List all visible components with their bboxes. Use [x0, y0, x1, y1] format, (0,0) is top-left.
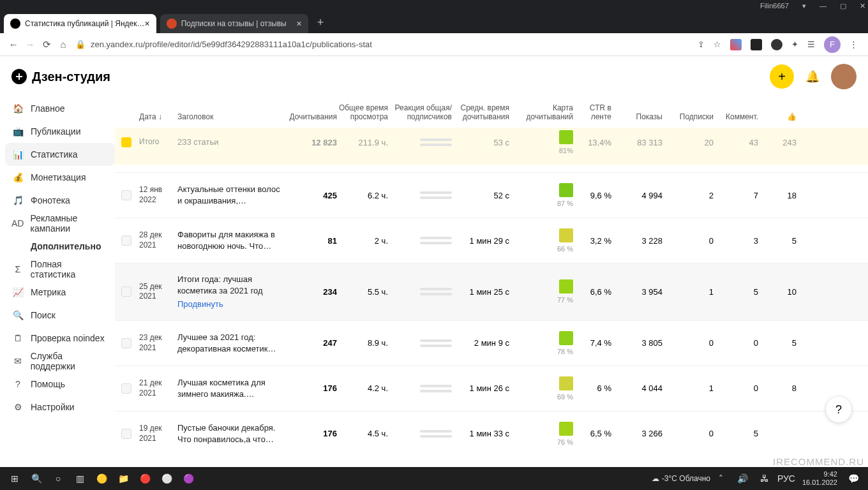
cell-date: 25 дек2021	[139, 282, 177, 302]
create-button[interactable]: +	[770, 64, 794, 89]
browser-tab-active[interactable]: Статистика публикаций | Яндек… ×	[4, 14, 156, 33]
cell-title: Актуальные оттенки волос и окрашивания,…	[177, 184, 286, 206]
close-icon[interactable]: ×	[145, 19, 150, 29]
col-date[interactable]: Дата	[139, 112, 177, 121]
sidebar-item[interactable]: 💰Монетизация	[5, 166, 115, 189]
col-watch[interactable]: Общее время просмотра	[337, 103, 388, 121]
notifications-icon[interactable]: 💬	[842, 473, 864, 484]
weather-widget[interactable]: ☁ -3°C Облачно	[652, 474, 710, 483]
extension-icon[interactable]	[751, 39, 762, 50]
chrome-icon[interactable]: 🟡	[91, 473, 112, 484]
sidebar-item[interactable]: ADРекламные кампании	[5, 212, 115, 235]
sidebar-item[interactable]: 📺Публикации	[5, 120, 115, 143]
table-row[interactable]: 23 дек2021 Лучшее за 2021 год: декоратив…	[115, 320, 868, 366]
col-shows[interactable]: Показы	[611, 112, 662, 121]
col-card[interactable]: Карта дочитываний	[509, 103, 573, 121]
user-avatar[interactable]	[831, 64, 857, 89]
col-reads[interactable]: Дочитывания	[286, 112, 337, 121]
sidebar-item[interactable]: 🏠Главное	[5, 97, 115, 120]
table-row[interactable]: 25 дек2021 Итоги года: лучшая косметика …	[115, 263, 868, 320]
bell-icon[interactable]: 🔔	[805, 70, 819, 84]
col-likes[interactable]: 👍	[758, 112, 797, 121]
checkbox[interactable]	[121, 190, 131, 200]
table-row[interactable]: 28 дек2021 Фавориты для макияжа в нового…	[115, 218, 868, 263]
sidebar-item[interactable]: 🔍Поиск	[5, 304, 115, 327]
sidebar: 🏠Главное📺Публикации📊Статистика💰Монетизац…	[0, 97, 115, 459]
checkbox[interactable]	[121, 235, 131, 246]
taskview-icon[interactable]: ▥	[69, 473, 91, 484]
cell-watch: 5.5 ч.	[337, 287, 388, 297]
window-close-icon[interactable]: ▢	[840, 2, 846, 10]
taskbar[interactable]: ⊞ 🔍 ○ ▥ 🟡 📁 🔴 ⚪ 🟣 ☁ -3°C Облачно ˄ 🔊 🖧 Р…	[0, 467, 868, 490]
checkbox[interactable]	[121, 137, 131, 147]
reload-button[interactable]: ⟳	[38, 39, 55, 50]
volume-icon[interactable]: 🔊	[732, 473, 754, 484]
checkbox[interactable]	[121, 429, 131, 439]
profile-avatar[interactable]: F	[824, 36, 841, 53]
lang-indicator[interactable]: РУС	[775, 473, 797, 484]
sidebar-item[interactable]: ?Помощь	[5, 373, 115, 396]
table-body[interactable]: Итого233 статьи 12 823211.9 ч. 53 с 81% …	[115, 128, 868, 459]
cell-subs: 1	[662, 383, 714, 393]
sidebar-label: Монетизация	[31, 172, 86, 182]
col-title[interactable]: Заголовок	[177, 112, 286, 121]
checkbox[interactable]	[121, 338, 131, 348]
window-min-icon[interactable]: ▾	[802, 2, 806, 10]
explorer-icon[interactable]: 📁	[112, 473, 134, 484]
sidebar-item[interactable]: ⚙Настройки	[5, 396, 115, 419]
opera-icon[interactable]: 🔴	[134, 473, 156, 484]
col-avg[interactable]: Средн. время дочитывания	[452, 103, 509, 121]
col-react[interactable]: Реакция общая/ подписчиков	[388, 103, 452, 121]
sidebar-item[interactable]: 📊Статистика	[5, 143, 115, 166]
col-comm[interactable]: Коммент.	[714, 112, 758, 121]
sidebar-item[interactable]: 📈Метрика	[5, 281, 115, 304]
sidebar-item[interactable]: 🎵Фонотека	[5, 189, 115, 212]
tray-chevron-icon[interactable]: ˄	[710, 473, 732, 484]
puzzle-icon[interactable]: ✦	[791, 40, 798, 49]
help-fab[interactable]: ?	[826, 397, 851, 422]
lock-icon: 🔒	[75, 40, 86, 49]
cell-card: 76 %	[509, 422, 573, 446]
discord-icon[interactable]: 🟣	[177, 473, 199, 484]
share-icon[interactable]: ⇪	[698, 40, 705, 49]
col-subs[interactable]: Подписки	[662, 112, 714, 121]
sidebar-item[interactable]: ΣПолная статистика	[5, 258, 115, 281]
window-x-icon[interactable]: ✕	[860, 2, 865, 10]
cell-react	[388, 191, 452, 199]
search-icon[interactable]: 🔍	[26, 473, 47, 484]
cell-subs: 0	[662, 236, 714, 246]
table-row[interactable]: 19 дек2021 Пустые баночки декабря. Что п…	[115, 411, 868, 456]
cell-shows: 4 044	[611, 383, 662, 393]
sidebar-item[interactable]: Дополнительно	[5, 235, 115, 258]
table-row[interactable]: 12 янв2022 Актуальные оттенки волос и ок…	[115, 172, 868, 218]
browser-tab[interactable]: Подписки на отзывы | отзывы ×	[160, 14, 308, 33]
new-tab-button[interactable]: +	[312, 16, 329, 33]
sidebar-icon: ⚙	[11, 402, 24, 412]
extension-icon[interactable]	[771, 39, 782, 50]
extension-icon[interactable]	[730, 39, 742, 50]
close-icon[interactable]: ×	[297, 19, 302, 29]
cell-reads: 234	[286, 287, 337, 297]
app-logo[interactable]: Дзен-студия	[11, 69, 110, 84]
forward-button[interactable]: →	[22, 39, 38, 50]
sidebar-item[interactable]: ✉Служба поддержки	[5, 350, 115, 373]
address-bar[interactable]: 🔒 zen.yandex.ru/profile/editor/id/5e99df…	[71, 40, 692, 49]
cell-subs: 1	[662, 287, 714, 297]
start-button[interactable]: ⊞	[4, 473, 26, 484]
window-restore-icon[interactable]: —	[819, 2, 827, 10]
network-icon[interactable]: 🖧	[754, 473, 775, 484]
clock[interactable]: 9:4216.01.2022	[797, 470, 842, 487]
reading-list-icon[interactable]: ☰	[807, 40, 815, 49]
star-icon[interactable]: ☆	[714, 40, 721, 49]
back-button[interactable]: ←	[5, 39, 22, 50]
home-button[interactable]: ⌂	[55, 39, 71, 50]
menu-icon[interactable]: ⋮	[849, 40, 858, 49]
col-ctr[interactable]: CTR в ленте	[573, 103, 611, 121]
sidebar-item[interactable]: 🗒Проверка noindex	[5, 327, 115, 350]
yandex-icon[interactable]: ⚪	[156, 473, 177, 484]
table-row[interactable]: 21 дек2021 Лучшая косметика для зимнего …	[115, 366, 868, 411]
checkbox[interactable]	[121, 286, 131, 297]
promote-link[interactable]: Продвинуть	[177, 299, 286, 310]
checkbox[interactable]	[121, 383, 131, 394]
cortana-icon[interactable]: ○	[47, 473, 69, 484]
